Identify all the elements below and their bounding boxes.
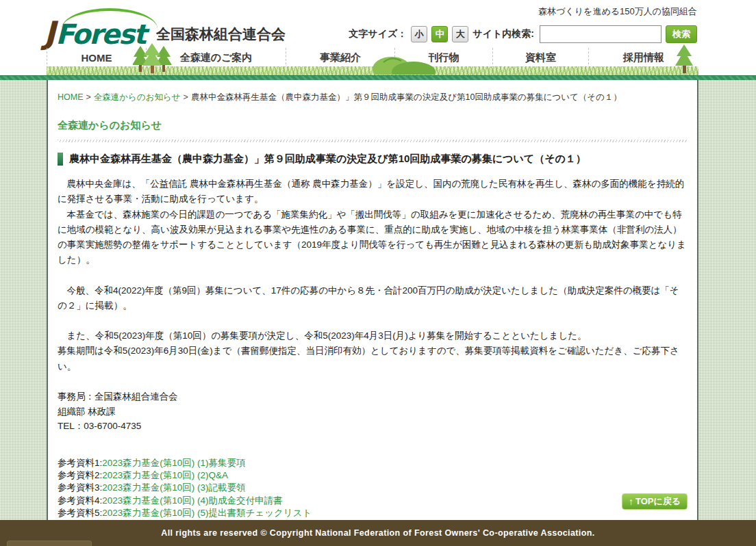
footer-corner-box	[7, 541, 92, 546]
contact-phone: TEL：03-6700-4735	[58, 419, 688, 434]
reference-prefix: 参考資料1:	[58, 458, 102, 468]
reference-row: 参考資料3:2023森力基金(第10回) (3)記載要領	[58, 482, 688, 494]
reference-link-3[interactable]: 2023森力基金(第10回) (3)記載要領	[102, 482, 245, 493]
reference-row: 参考資料4:2023森力基金(第10回) (4)助成金交付申請書	[58, 495, 688, 507]
reference-list: 参考資料1:2023森力基金(第10回) (1)募集要項 参考資料2:2023森…	[58, 457, 688, 520]
contact-department: 組織部 林政課	[58, 404, 688, 419]
contact-block: 事務局：全国森林組合連合会 組織部 林政課 TEL：03-6700-4735	[58, 389, 688, 434]
font-size-large-button[interactable]: 大	[452, 26, 468, 42]
article-paragraph: また、令和5(2023)年度（第10回）の募集要項が決定し、令和5(2023)年…	[58, 328, 688, 374]
breadcrumb-home-link[interactable]: HOME	[58, 92, 84, 102]
reference-prefix: 参考資料2:	[58, 470, 102, 480]
green-mound-icon	[370, 51, 436, 75]
main-nav: HOME 全森連のご案内 事業紹介 刊行物 資料室 採用情報	[47, 48, 698, 75]
site-header: JForest 全国森林組合連合会 森林づくりを進める150万人の協同組合 文字…	[0, 0, 756, 75]
article-title-text: 農林中金森林再生基金（農中森力基金）」第９回助成事業の決定及び第10回助成事業の…	[69, 153, 586, 166]
title-bullet-icon	[58, 153, 63, 166]
breadcrumb: HOME>全森連からのお知らせ>農林中金森林再生基金（農中森力基金）」第９回助成…	[58, 80, 688, 103]
site-search-input[interactable]	[540, 25, 662, 43]
hatched-divider	[58, 140, 688, 142]
search-button[interactable]: 検索	[666, 25, 697, 43]
article-paragraph: 今般、令和4(2022)年度（第9回）募集について、17件の応募の中から８先・合…	[58, 283, 688, 314]
reference-row: 参考資料5:2023森力基金(第10回) (5)提出書類チェックリスト	[58, 507, 688, 519]
pine-tree-icon	[674, 44, 694, 73]
header-controls: 文字サイズ： 小 中 大 サイト内検索: 検索	[349, 25, 697, 43]
reference-prefix: 参考資料5:	[58, 508, 102, 518]
green-divider-bar	[0, 75, 756, 80]
up-arrow-icon: ↑	[629, 496, 633, 507]
top-button-label: TOPに戻る	[635, 495, 681, 508]
site-footer: All rights are reserved © Copyright Nati…	[0, 520, 756, 546]
reference-row: 参考資料2:2023森力基金(第10回) (2)Q&A	[58, 469, 688, 482]
article-title: 農林中金森林再生基金（農中森力基金）」第９回助成事業の決定及び第10回助成事業の…	[58, 153, 688, 166]
breadcrumb-current: 農林中金森林再生基金（農中森力基金）」第９回助成事業の決定及び第10回助成事業の…	[191, 92, 622, 102]
article-paragraph: 農林中央金庫は、「公益信託 農林中金森林再生基金（通称 農中森力基金）」を設定し…	[58, 177, 688, 268]
header-right: 森林づくりを進める150万人の協同組合 文字サイズ： 小 中 大 サイト内検索:…	[349, 5, 697, 43]
logo-arc-icon	[62, 8, 158, 29]
org-name: 全国森林組合連合会	[156, 25, 286, 49]
font-size-label: 文字サイズ：	[349, 28, 407, 40]
reference-link-4[interactable]: 2023森力基金(第10回) (4)助成金交付申請書	[102, 495, 282, 506]
contact-office: 事務局：全国森林組合連合会	[58, 389, 688, 404]
reference-prefix: 参考資料4:	[58, 495, 102, 506]
reference-link-5[interactable]: 2023森力基金(第10回) (5)提出書類チェックリスト	[102, 508, 312, 518]
reference-prefix: 参考資料3:	[58, 482, 102, 493]
breadcrumb-separator: >	[86, 92, 91, 102]
logo-letter-j: J	[44, 14, 55, 51]
font-size-small-button[interactable]: 小	[411, 26, 427, 42]
back-to-top-button[interactable]: ↑TOPに戻る	[622, 493, 688, 510]
pine-trees-icon	[133, 43, 173, 73]
font-size-medium-button[interactable]: 中	[431, 26, 448, 42]
tagline: 森林づくりを進める150万人の協同組合	[349, 5, 697, 18]
jforest-logo: JForest	[44, 7, 145, 49]
breadcrumb-category-link[interactable]: 全森連からのお知らせ	[94, 92, 181, 102]
section-title: 全森連からのお知らせ	[58, 119, 688, 132]
copyright-text: All rights are reserved © Copyright Nati…	[161, 528, 594, 538]
reference-link-1[interactable]: 2023森力基金(第10回) (1)募集要項	[102, 458, 245, 468]
reference-link-2[interactable]: 2023森力基金(第10回) (2)Q&A	[102, 470, 228, 480]
main-content: HOME>全森連からのお知らせ>農林中金森林再生基金（農中森力基金）」第９回助成…	[47, 80, 698, 520]
site-search-label: サイト内検索:	[473, 28, 534, 40]
reference-row: 参考資料1:2023森力基金(第10回) (1)募集要項	[58, 457, 688, 469]
breadcrumb-separator: >	[184, 92, 188, 102]
